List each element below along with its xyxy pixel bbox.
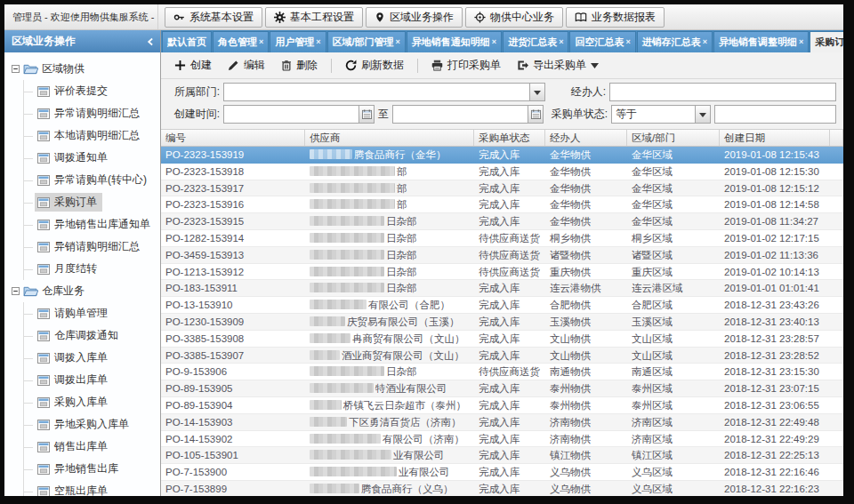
redacted-supplier-blur	[310, 300, 367, 309]
table-row[interactable]: PO-2323-153918部完成入库金华物供金华区域2019-01-08 12…	[161, 164, 843, 180]
print-po-button[interactable]: 打印采购单	[425, 54, 507, 76]
cell-spacer	[830, 414, 843, 430]
table-row[interactable]: PO-14-153902有限公司（济南）完成入库济南物供济南区域2018-12-…	[161, 431, 843, 448]
cell-supplier: 部	[305, 164, 474, 180]
calendar-icon[interactable]	[528, 106, 543, 123]
table-row[interactable]: PO-2323-153916部完成入库金华物供金华区域2019-01-08 12…	[161, 196, 843, 213]
delete-button[interactable]: 删除	[275, 54, 324, 76]
tree-item[interactable]: 月度结转	[24, 258, 160, 280]
tree-item[interactable]: 异常请购单(转中心)	[24, 169, 160, 191]
tree-item-node: 调拨出库单	[35, 371, 113, 389]
department-select[interactable]	[223, 83, 545, 101]
tab-item[interactable]: 区域/部门管理×	[327, 31, 406, 52]
tab-item[interactable]: 异地销售通知明细×	[407, 31, 502, 52]
table-row[interactable]: PO-2323-153919腾食品商行（金华）完成入库金华物供金华区域2019-…	[161, 147, 843, 164]
tab-item[interactable]: 用户管理×	[270, 31, 326, 52]
menu-business-data-reports[interactable]: 业务数据报表	[566, 7, 665, 28]
menu-system-basic-settings[interactable]: 系统基本设置	[165, 7, 262, 28]
create-button[interactable]: 创建	[168, 54, 218, 76]
tab-item[interactable]: 回空汇总表×	[569, 31, 635, 52]
cell-spacer	[830, 348, 843, 364]
tree-item[interactable]: 异地销售出库通知单	[24, 213, 160, 236]
tree-item[interactable]: 采购入库单	[24, 391, 160, 413]
status-value-input[interactable]	[714, 105, 836, 124]
menu-region-business-ops[interactable]: 区域业务操作	[366, 7, 463, 28]
tree-item[interactable]: 异销请购明细汇总	[24, 236, 160, 258]
table-row[interactable]: PO-7-153899腾食品商行（义乌）完成入库义乌物供义乌区域2018-12-…	[161, 481, 843, 496]
table-row[interactable]: PO-3385-153907酒业商贸有限公司（文山）完成入库文山物供文山区域20…	[161, 348, 843, 364]
tree-item[interactable]: 调拨入库单	[24, 347, 160, 369]
tree-item[interactable]: 销售出库单	[24, 436, 160, 458]
tree-item[interactable]: 本地请购明细汇总	[24, 124, 160, 147]
tree-item[interactable]: 异地销售出库	[24, 458, 160, 480]
cell-spacer	[830, 397, 843, 413]
tab-item[interactable]: 异地销售调整明细×	[713, 31, 809, 52]
tab-close-icon[interactable]: ×	[259, 37, 263, 46]
tree-item[interactable]: 评价表提交	[24, 80, 160, 102]
header-supplier[interactable]: 供应商	[305, 130, 474, 146]
tab-close-icon[interactable]: ×	[316, 37, 320, 46]
tree-item[interactable]: 异常请购明细汇总	[24, 102, 160, 124]
table-row[interactable]: PO-2323-153917部完成入库金华物供金华区域2019-01-08 12…	[161, 180, 843, 197]
tree-folder[interactable]: 仓库业务	[12, 280, 160, 302]
table-row[interactable]: PO-3385-153908冉商贸有限公司（文山）完成入库文山物供文山区域201…	[161, 331, 843, 348]
menu-basic-project-settings[interactable]: 基本工程设置	[265, 7, 363, 28]
table-row[interactable]: PO-105-153901业有限公司完成入库镇江物供镇江区域2018-12-31…	[161, 447, 843, 464]
table-row[interactable]: PO-7-153900业有限公司完成入库义乌物供义乌区域2018-12-31 2…	[161, 464, 843, 481]
chevron-down-icon[interactable]	[529, 84, 544, 100]
header-id[interactable]: 编号	[161, 130, 305, 146]
edit-button[interactable]: 编辑	[222, 54, 271, 76]
tab-close-icon[interactable]: ×	[559, 37, 563, 46]
header-created[interactable]: 创建日期	[720, 130, 830, 146]
tree-item-label: 采购订单	[54, 195, 97, 210]
tab-close-icon[interactable]: ×	[625, 37, 630, 46]
calendar-icon[interactable]	[359, 106, 374, 123]
table-row[interactable]: PO-1213-153912日杂部待供应商送货重庆物供重庆区域2019-01-0…	[161, 264, 843, 281]
toolbar-label: 导出采购单	[533, 58, 586, 73]
status-operator-select[interactable]: 等于	[611, 105, 711, 124]
tree-item[interactable]: 异地采购入库单	[24, 413, 160, 436]
table-row[interactable]: PO-3459-153913日杂部待供应商送货诸暨物供诸暨区域2019-01-0…	[161, 247, 843, 264]
header-status[interactable]: 采购单状态	[474, 130, 545, 146]
tab-close-icon[interactable]: ×	[799, 37, 803, 46]
sidebar-collapse-icon[interactable]	[147, 37, 153, 46]
tab-item[interactable]: 默认首页	[162, 31, 212, 52]
redacted-supplier-blur	[310, 216, 384, 226]
cell-created: 2019-01-08 12:14:58	[720, 196, 830, 212]
table-row[interactable]: PO-89-153904桥镇飞云日杂超市（泰州）完成入库泰州物供泰州区域2018…	[161, 397, 843, 414]
date-from-input[interactable]	[223, 105, 375, 124]
table-row[interactable]: PO-14-153903下区勇清百货店（济南）完成入库济南物供济南区域2018-…	[161, 414, 843, 431]
cell-status: 完成入库	[474, 447, 545, 463]
table-row[interactable]: PO-2323-153915日杂部完成入库金华物供金华区域2019-01-08 …	[161, 213, 843, 230]
tab-close-icon[interactable]: ×	[703, 37, 707, 46]
tree-item[interactable]: 采购订单	[24, 191, 160, 213]
tree-item[interactable]: 仓库调拨通知	[24, 324, 160, 347]
cell-agent: 诸暨物供	[545, 247, 627, 263]
header-agent[interactable]: 经办人	[545, 130, 627, 146]
table-row[interactable]: PO-1282-153914日杂部待供应商送货桐乡物供桐乡区域2019-01-0…	[161, 230, 843, 247]
filter-panel: 所属部门: 经办人: 创建时间:	[161, 79, 843, 130]
tab-item[interactable]: 进销存汇总表×	[637, 31, 713, 52]
table-row[interactable]: PO-1230-153909庆贸易有限公司（玉溪）完成入库玉溪物供玉溪区域201…	[161, 314, 843, 331]
tree-folder[interactable]: 区域物供	[12, 58, 160, 80]
header-region[interactable]: 区域/部门	[627, 130, 720, 146]
tree-item[interactable]: 调拨出库单	[24, 369, 160, 391]
table-row[interactable]: PO-89-153905特酒业有限公司完成入库泰州物供泰州区域2018-12-3…	[161, 380, 843, 397]
agent-input[interactable]	[609, 83, 836, 101]
tab-item[interactable]: 进货汇总表×	[503, 31, 568, 52]
tree-item[interactable]: 空瓶出库单	[24, 480, 160, 496]
tab-close-icon[interactable]: ×	[492, 37, 496, 46]
table-row[interactable]: PO-13-153910有限公司（合肥）完成入库合肥物供合肥区域2018-12-…	[161, 297, 843, 314]
tree-item[interactable]: 请购单管理	[24, 302, 160, 324]
tab-item[interactable]: 采购订单×	[810, 31, 843, 52]
table-row[interactable]: PO-183-153911日杂部完成入库连云港物供连云港区域2019-01-01…	[161, 280, 843, 297]
tab-item[interactable]: 角色管理×	[213, 31, 269, 52]
table-row[interactable]: PO-9-153906日杂部待供应商送货南通物供南通区域2018-12-31 2…	[161, 364, 843, 380]
chevron-down-icon[interactable]	[695, 106, 710, 123]
date-to-input[interactable]	[392, 105, 544, 124]
tree-item[interactable]: 调拨通知单	[24, 147, 160, 169]
refresh-button[interactable]: 刷新数据	[339, 54, 410, 76]
menu-supply-center-business[interactable]: 物供中心业务	[465, 7, 563, 28]
export-po-button[interactable]: 导出采购单	[511, 54, 605, 76]
tab-close-icon[interactable]: ×	[396, 37, 400, 46]
